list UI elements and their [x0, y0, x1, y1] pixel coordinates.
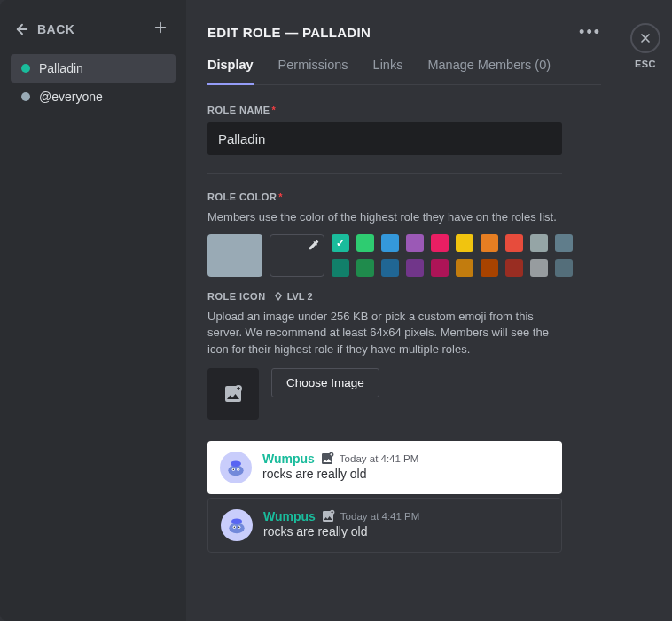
plus-icon	[152, 20, 168, 35]
message-preview-light: Wumpus Today at 4:41 PM rocks are really…	[207, 441, 562, 494]
role-name-input[interactable]	[207, 122, 562, 155]
sidebar-header: BACK	[11, 20, 176, 54]
page-title: EDIT ROLE — PALLADIN	[207, 25, 371, 40]
choose-image-button[interactable]: Choose Image	[271, 368, 379, 397]
roles-sidebar: BACK Palladin @everyone	[0, 0, 186, 621]
esc-column: ESC	[619, 0, 672, 621]
title-row: EDIT ROLE — PALLADIN •••	[207, 23, 601, 42]
svg-point-8	[233, 468, 235, 470]
svg-point-5	[231, 460, 241, 467]
boost-level-badge: LVL 2	[273, 291, 313, 302]
message-body: Wumpus Today at 4:41 PM rocks are really…	[262, 452, 418, 481]
color-swatch-grid	[332, 234, 573, 277]
color-swatch-row	[207, 234, 601, 277]
color-swatch[interactable]	[456, 234, 473, 252]
role-icon-preview-icon	[320, 452, 334, 466]
message-username: Wumpus	[262, 452, 315, 466]
color-swatch[interactable]	[481, 234, 498, 252]
icon-upload-row: Choose Image	[207, 368, 601, 420]
eyedropper-icon	[308, 239, 320, 251]
tab-display[interactable]: Display	[207, 58, 254, 84]
role-name-label: Palladin	[39, 61, 83, 75]
message-header: Wumpus Today at 4:41 PM	[262, 452, 418, 466]
default-color-swatch[interactable]	[207, 234, 262, 277]
color-swatch[interactable]	[431, 259, 449, 277]
color-swatch[interactable]	[555, 234, 573, 252]
color-swatch[interactable]	[406, 259, 424, 277]
color-swatch[interactable]	[406, 234, 424, 252]
color-swatch[interactable]	[431, 234, 449, 252]
color-swatch[interactable]	[530, 234, 548, 252]
svg-point-16	[238, 526, 240, 528]
divider	[207, 173, 562, 174]
color-swatch[interactable]	[356, 259, 374, 277]
image-upload-icon	[223, 383, 244, 405]
add-role-button[interactable]	[152, 20, 168, 38]
color-swatch[interactable]	[481, 259, 498, 277]
tabs: Display Permissions Links Manage Members…	[207, 58, 601, 85]
sidebar-role-everyone[interactable]: @everyone	[11, 83, 176, 111]
message-timestamp: Today at 4:41 PM	[340, 453, 419, 464]
main-content: EDIT ROLE — PALLADIN ••• Display Permiss…	[186, 0, 619, 621]
color-swatch[interactable]	[356, 234, 374, 252]
close-button[interactable]	[630, 23, 660, 53]
message-text: rocks are really old	[262, 467, 418, 481]
color-swatch[interactable]	[555, 259, 573, 277]
required-icon: *	[278, 192, 283, 202]
role-color-label: ROLE COLOR*	[207, 192, 601, 202]
svg-point-11	[229, 523, 244, 533]
avatar	[220, 452, 252, 483]
role-icon-help: Upload an image under 256 KB or pick a c…	[207, 309, 562, 358]
color-swatch[interactable]	[505, 234, 523, 252]
role-color-dot	[21, 64, 30, 73]
color-swatch[interactable]	[456, 259, 473, 277]
svg-point-9	[238, 468, 239, 470]
message-timestamp: Today at 4:41 PM	[340, 511, 420, 522]
message-header: Wumpus Today at 4:41 PM	[263, 509, 419, 523]
message-body: Wumpus Today at 4:41 PM rocks are really…	[263, 509, 419, 538]
role-name-label: ROLE NAME*	[207, 105, 601, 115]
icon-upload-dropzone[interactable]	[207, 368, 259, 420]
back-label: BACK	[37, 22, 74, 36]
role-icon-label: ROLE ICON	[207, 291, 266, 302]
more-options-button[interactable]: •••	[579, 23, 601, 42]
role-icon-preview-icon	[321, 509, 335, 523]
close-icon	[638, 31, 652, 45]
color-swatch[interactable]	[505, 259, 523, 277]
color-swatch[interactable]	[530, 259, 548, 277]
message-username: Wumpus	[263, 509, 316, 523]
wumpus-icon	[225, 514, 248, 537]
tab-manage-members[interactable]: Manage Members (0)	[427, 58, 551, 84]
tab-links[interactable]: Links	[373, 58, 403, 84]
role-color-help: Members use the color of the highest rol…	[207, 209, 562, 225]
svg-point-4	[228, 465, 243, 476]
color-swatch[interactable]	[332, 234, 349, 252]
svg-point-15	[234, 526, 236, 528]
message-text: rocks are really old	[263, 524, 419, 538]
custom-color-swatch[interactable]	[270, 234, 324, 277]
sidebar-role-palladin[interactable]: Palladin	[11, 54, 176, 83]
color-swatch[interactable]	[381, 259, 399, 277]
color-swatch[interactable]	[332, 259, 349, 277]
boost-gem-icon	[273, 291, 284, 302]
color-swatch[interactable]	[381, 234, 399, 252]
avatar	[221, 509, 253, 541]
back-button[interactable]: BACK	[14, 21, 74, 37]
tab-permissions[interactable]: Permissions	[278, 58, 348, 84]
role-icon-header: ROLE ICON LVL 2	[207, 291, 601, 302]
required-icon: *	[272, 105, 277, 115]
wumpus-icon	[224, 456, 247, 479]
svg-point-12	[231, 518, 242, 524]
message-preview-dark: Wumpus Today at 4:41 PM rocks are really…	[207, 498, 562, 553]
esc-label: ESC	[635, 59, 656, 69]
arrow-left-icon	[14, 21, 30, 37]
role-color-dot	[21, 92, 30, 101]
role-name-label: @everyone	[39, 90, 103, 104]
